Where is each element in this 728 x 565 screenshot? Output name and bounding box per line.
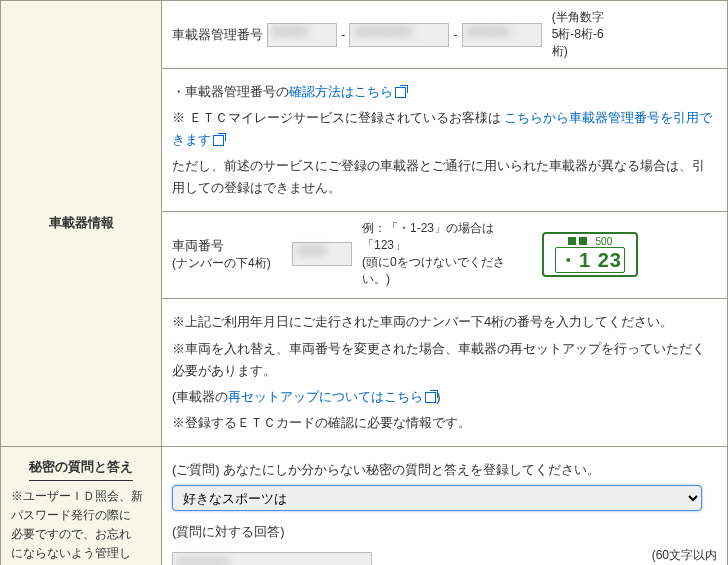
mgmt-label: 車載器管理番号	[172, 26, 263, 44]
sep1: -	[341, 27, 345, 42]
obu-section-label: 車載器情報	[1, 1, 162, 447]
veh-label: 車両番号	[172, 237, 282, 255]
secret-question-row: (ご質問) あなたにしか分からない秘密の質問と答えを登録してください。 好きなス…	[162, 446, 728, 565]
secret-section-note: ※ユーザーＩＤ照会、新 パスワード発行の際に 必要ですので、お忘れ にならないよ…	[11, 487, 151, 565]
external-link-icon	[213, 135, 224, 146]
resetup-link[interactable]: 再セットアップについてはこちら	[228, 389, 436, 404]
question-select[interactable]: 好きなスポーツは	[172, 485, 702, 511]
obu-note2: ※車両を入れ替え、車両番号を変更された場合、車載器の再セットアップを行っていただ…	[172, 338, 717, 382]
a-format: (60文字以内 全角文字)	[652, 547, 717, 565]
mgmt-input-2[interactable]: 00000000	[349, 23, 449, 47]
answer-input[interactable]: xxxxxxxx	[172, 552, 372, 565]
mgmt-input-3[interactable]: 000000	[462, 23, 542, 47]
license-plate: 500 ・1 23	[542, 232, 638, 277]
mgmt-format: (半角数字 5桁-8桁-6 桁)	[552, 9, 604, 60]
sep2: -	[453, 27, 457, 42]
veh-ex2: (頭に0をつけないでください。)	[362, 254, 532, 288]
form-table: 車載器情報 車載器管理番号 00000 - 00000000 - 000000 …	[0, 0, 728, 565]
external-link-icon	[395, 87, 406, 98]
obu-note4: ※登録するＥＴＣカードの確認に必要な情報です。	[172, 412, 717, 434]
secret-section-label: 秘密の質問と答え ※ユーザーＩＤ照会、新 パスワード発行の際に 必要ですので、お…	[1, 446, 162, 565]
q-label: (ご質問) あなたにしか分からない秘密の質問と答えを登録してください。	[172, 459, 717, 481]
obu-note1: ※上記ご利用年月日にご走行された車両のナンバー下4桁の番号を入力してください。	[172, 311, 717, 333]
veh-sub: (ナンバーの下4桁)	[172, 255, 282, 272]
veh-ex1: 例：「・1-23」の場合は「123」	[362, 220, 532, 254]
obu-confirm-row: ・車載器管理番号の確認方法はこちら ※ ＥＴＣマイレージサービスに登録されている…	[162, 69, 728, 212]
a-label: (質問に対する回答)	[172, 521, 717, 543]
external-link-icon	[425, 392, 436, 403]
confirm-link[interactable]: 確認方法はこちら	[289, 84, 406, 99]
obu-mgmt-row: 車載器管理番号 00000 - 00000000 - 000000 (半角数字 …	[162, 1, 728, 69]
mgmt-input-1[interactable]: 00000	[267, 23, 337, 47]
veh-input[interactable]: 0000	[292, 242, 352, 266]
obu-vehicle-row: 車両番号 (ナンバーの下4桁) 0000 例：「・1-23」の場合は「123」 …	[162, 212, 728, 446]
mileage-note: ただし、前述のサービスにご登録の車載器とご通行に用いられた車載器が異なる場合は、…	[172, 155, 717, 199]
